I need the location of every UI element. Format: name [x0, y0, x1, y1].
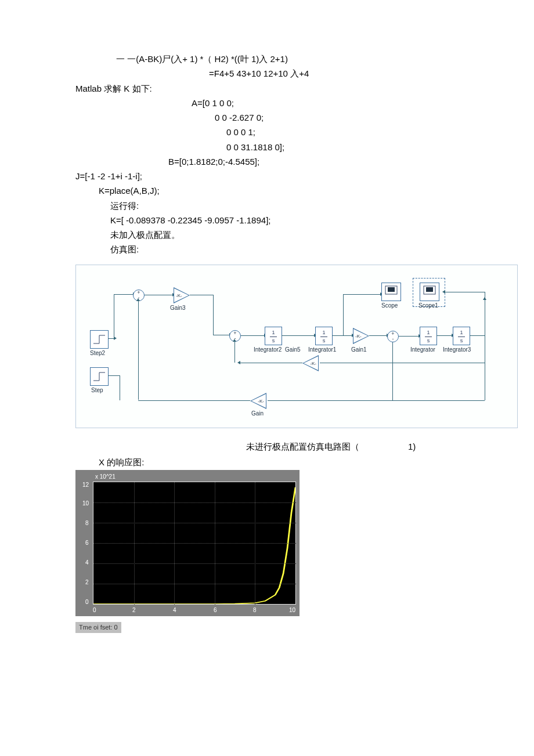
wire	[399, 336, 418, 337]
scope-block	[381, 283, 401, 301]
wire	[485, 335, 485, 363]
gain1-label: Gain1	[351, 345, 367, 355]
matlab-B: B=[0;1.8182;0;-4.5455];	[168, 155, 499, 168]
sim-label: 仿真图:	[110, 243, 499, 256]
sum-3: +-	[387, 331, 399, 342]
ytick: 6	[85, 538, 89, 548]
wire	[213, 295, 214, 335]
wire	[343, 294, 380, 295]
wire	[234, 342, 235, 363]
caption-num: 1)	[408, 440, 416, 453]
matlab-A-row2: 0 0 0 1;	[226, 125, 499, 139]
wire	[213, 335, 229, 335]
time-offset-label: Tme oi fset: 0	[75, 622, 121, 633]
wire	[485, 363, 485, 400]
wire	[282, 335, 314, 336]
ytick: 10	[82, 499, 89, 508]
xtick: 2	[132, 606, 136, 615]
wire	[108, 338, 114, 339]
gain1-block: -K-	[353, 328, 369, 344]
wire	[332, 335, 352, 336]
wire	[343, 294, 344, 335]
matlab-A-row0: A=[0 1 0 0;	[192, 96, 499, 110]
wire	[436, 335, 452, 336]
wire	[320, 363, 485, 363]
integrator-block: 1 s	[420, 327, 437, 345]
ytick: 8	[85, 519, 89, 528]
caption-text: 未进行极点配置仿真电路图（	[246, 442, 359, 451]
step2-block	[90, 330, 109, 349]
run-label: 运行得:	[110, 199, 499, 212]
wire	[392, 342, 393, 400]
matlab-A-row3: 0 0 31.1818 0];	[226, 140, 499, 154]
matlab-A-row1: 0 0 -2.627 0;	[215, 111, 499, 124]
xtick: 0	[93, 606, 96, 615]
ytick: 0	[85, 598, 89, 607]
scope1-label: Scope1	[418, 301, 438, 310]
integrator1-block: 1 s	[315, 327, 333, 345]
response-label: X 的响应图:	[99, 455, 499, 469]
xtick: 4	[173, 606, 176, 615]
xtick: 10	[289, 606, 295, 615]
wire	[241, 335, 264, 336]
matlab-heading: Matlab 求解 K 如下:	[75, 82, 499, 95]
wire	[120, 375, 120, 400]
gain3-block: -K-	[174, 287, 190, 303]
equation-line-2: =F4+5 43+10 12+10 入+4	[209, 67, 499, 80]
step2-label: Step2	[90, 349, 105, 358]
integrator3-label: Integrator3	[443, 345, 471, 355]
wire	[114, 294, 133, 295]
xtick: 8	[253, 606, 257, 615]
wire	[190, 295, 213, 295]
svg-rect-3	[426, 287, 433, 292]
wire	[145, 295, 172, 295]
scope-response-panel: x 10^21 12 10 8 6 4 2 0 0 2 4 6 8 1	[75, 470, 300, 616]
k-result: K=[ -0.089378 -0.22345 -9.0957 -1.1894];	[110, 214, 499, 227]
y-exponent: x 10^21	[95, 472, 116, 482]
matlab-K-place: K=place(A,B,J);	[99, 184, 499, 197]
svg-rect-1	[388, 287, 395, 292]
scope-label: Scope	[381, 301, 398, 310]
gain-block: -K-	[250, 393, 266, 409]
integrator1-label: Integrator1	[308, 345, 336, 355]
no-pole-text: 未加入极点配置。	[110, 228, 499, 241]
wire	[470, 335, 485, 336]
integrator3-block: 1 s	[453, 327, 470, 345]
ytick: 2	[85, 578, 89, 587]
wire	[108, 375, 120, 376]
xtick: 6	[214, 606, 217, 615]
wire	[485, 292, 485, 300]
wire	[268, 400, 485, 401]
matlab-J: J=[-1 -2 -1+i -1-i];	[75, 169, 499, 183]
gain3-label: Gain3	[170, 303, 186, 313]
integrator2-label: Integrator2	[254, 345, 282, 355]
step-block	[90, 367, 109, 386]
ytick: 4	[85, 558, 89, 567]
wire	[138, 301, 139, 400]
wire	[114, 294, 114, 339]
wire	[138, 400, 250, 401]
gain-label: Gain	[251, 409, 264, 418]
gain5-block: -K-	[302, 355, 319, 371]
simulink-diagram: Step2 Step +- -K- Gain3 +- 1 s	[75, 265, 518, 428]
scope1-block	[420, 283, 439, 301]
scope-plot-area	[93, 482, 296, 605]
integrator-label: Integrator	[410, 345, 435, 355]
wire	[485, 300, 485, 336]
ytick: 12	[82, 480, 89, 490]
equation-line-1: 一 一(A-BK)尸(入+ 1) *（ H2) *((叶 1)入 2+1)	[116, 52, 499, 66]
step-label: Step	[91, 386, 103, 395]
integrator2-block: 1 s	[265, 327, 282, 345]
gain5-label: Gain5	[285, 345, 301, 355]
diagram-caption: 未进行极点配置仿真电路图（ 1)	[163, 440, 499, 453]
wire	[445, 292, 485, 292]
wire	[240, 363, 302, 363]
wire	[369, 335, 387, 336]
